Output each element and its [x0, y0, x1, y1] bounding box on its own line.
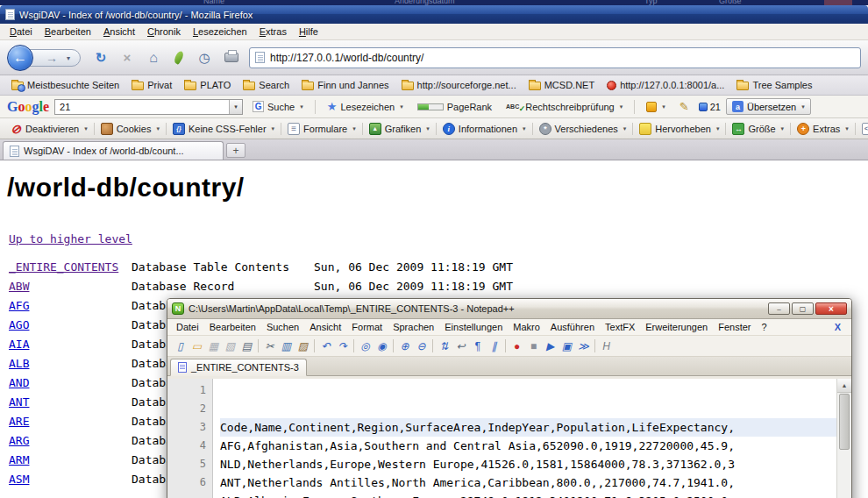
zoom-out-icon[interactable]: ⊖: [413, 338, 430, 354]
bookmark-item[interactable]: Search: [237, 80, 295, 90]
word-wrap-icon[interactable]: ↩: [452, 338, 469, 354]
firefox-menu-item[interactable]: Bearbeiten: [39, 25, 97, 39]
google-search-box[interactable]: 21 ▾: [54, 99, 243, 115]
scroll-up-arrow[interactable]: ▲: [837, 379, 851, 393]
code-line[interactable]: Code,Name,Continent,Region,SurfaceArea,I…: [220, 418, 836, 437]
webdev-menu-button[interactable]: ▲ Grafiken ▾: [362, 123, 436, 135]
show-symbols-icon[interactable]: ¶: [469, 338, 486, 354]
close-document-icon[interactable]: X: [828, 322, 848, 332]
run-multiple-icon[interactable]: ≫: [575, 338, 592, 354]
notepadpp-menu-item[interactable]: Ansicht: [304, 322, 346, 332]
entry-link[interactable]: ARE: [9, 415, 29, 428]
firefox-titlebar[interactable]: WsgiDAV - Index of /world-db/country/ - …: [0, 5, 868, 24]
new-tab-button[interactable]: +: [226, 143, 245, 158]
url-text[interactable]: http://127.0.0.1/world-db/country/: [270, 52, 423, 64]
bookmark-item[interactable]: Finn und Jannes: [295, 80, 395, 90]
history-dropdown-button[interactable]: ▾: [67, 54, 70, 62]
firefox-menu-item[interactable]: Ansicht: [97, 25, 141, 39]
bookmark-item[interactable]: Tree Samples: [730, 80, 818, 90]
webdev-menu-button[interactable]: <> Quelltext ▾: [855, 123, 868, 135]
redo-icon[interactable]: ↷: [334, 338, 351, 354]
reload-button[interactable]: ↻: [91, 50, 110, 66]
paste-icon[interactable]: ▨: [295, 338, 311, 354]
forward-button[interactable]: →: [40, 49, 63, 67]
entry-link[interactable]: ARG: [9, 434, 29, 447]
browser-tab[interactable]: WsgiDAV - Index of /world-db/count...: [3, 141, 224, 160]
webdev-menu-button[interactable]: {} Keine CSS-Fehler ▾: [166, 123, 281, 135]
bookmark-item[interactable]: http://sourceforge.net...: [395, 80, 523, 90]
url-bar[interactable]: http://127.0.0.1/world-db/country/: [249, 47, 861, 68]
code-line[interactable]: ANT,Netherlands Antilles,North America,C…: [220, 473, 836, 492]
document-tab[interactable]: _ENTIRE_CONTENTS-3: [170, 359, 307, 376]
stop-button[interactable]: ×: [117, 50, 137, 65]
highlighter-pen-button[interactable]: ✎: [675, 98, 694, 115]
autofill-button[interactable]: ▾: [642, 100, 670, 114]
firefox-menu-item[interactable]: Lesezeichen: [187, 25, 253, 39]
back-button[interactable]: ←: [7, 45, 33, 71]
firefox-menu-item[interactable]: Datei: [4, 25, 39, 39]
play-macro-icon[interactable]: ▶: [542, 338, 559, 354]
entry-link[interactable]: ASM: [9, 473, 29, 486]
bookmark-item[interactable]: Meistbesuchte Seiten: [5, 80, 125, 90]
notepadpp-menu-item[interactable]: ?: [756, 322, 772, 332]
webdev-menu-button[interactable]: i Informationen ▾: [436, 123, 532, 135]
entry-link[interactable]: ABW: [9, 280, 29, 293]
notepadpp-menu-item[interactable]: Einstellungen: [439, 322, 508, 332]
webdev-menu-button[interactable]: * Verschiedenes ▾: [532, 123, 633, 135]
firefox-menu-item[interactable]: Hilfe: [293, 25, 324, 39]
notepadpp-menu-item[interactable]: Bearbeiten: [204, 322, 261, 332]
webdev-menu-button[interactable]: Cookies ▾: [94, 123, 166, 135]
code-area[interactable]: Code,Name,Continent,Region,SurfaceArea,I…: [213, 379, 836, 498]
scrollbar-thumb[interactable]: [839, 394, 850, 450]
notepadpp-menu-item[interactable]: Fenster: [713, 322, 756, 332]
translate-button[interactable]: a Übersetzen ▾: [726, 98, 811, 115]
code-line[interactable]: NLD,Netherlands,Europe,Western Europe,41…: [220, 455, 836, 473]
notepadpp-menu-item[interactable]: Format: [346, 322, 388, 332]
cut-icon[interactable]: ✂: [261, 338, 278, 354]
bookmark-item[interactable]: http://127.0.0.1:8001/a...: [601, 80, 730, 90]
maximize-button[interactable]: ▢: [792, 302, 814, 315]
notepadpp-menu-item[interactable]: Erweiterungen: [640, 322, 713, 332]
notepadpp-titlebar[interactable]: N C:\Users\Martin\AppData\Local\Temp\_EN…: [167, 299, 851, 319]
bookmark-item[interactable]: Privat: [125, 80, 178, 90]
highlight-word-button[interactable]: 21: [699, 102, 721, 112]
open-file-icon[interactable]: ▭: [189, 338, 205, 354]
record-macro-icon[interactable]: ●: [509, 338, 525, 354]
feed-reader-icon[interactable]: [173, 50, 186, 65]
webdev-menu-button[interactable]: ⊘ Deaktivieren ▾: [4, 123, 94, 135]
copy-icon[interactable]: ▥: [278, 338, 295, 354]
home-button[interactable]: ⌂: [144, 50, 163, 66]
indent-guide-icon[interactable]: ∥: [486, 338, 502, 354]
close-button[interactable]: ×: [815, 302, 847, 315]
entry-link[interactable]: AND: [9, 376, 29, 389]
minimize-button[interactable]: –: [768, 302, 790, 315]
find-icon[interactable]: ◎: [357, 338, 374, 354]
firefox-menu-item[interactable]: Chronik: [141, 25, 187, 39]
google-search-button[interactable]: G Suche ▾: [248, 99, 308, 114]
webdev-menu-button[interactable]: Hervorheben ▾: [632, 123, 725, 135]
google-bookmarks-button[interactable]: ★ Lesezeichen ▾: [323, 98, 408, 115]
up-to-higher-level-link[interactable]: Up to higher level: [9, 232, 132, 245]
entry-link[interactable]: AGO: [9, 318, 29, 331]
entry-link[interactable]: ANT: [9, 395, 29, 409]
code-line[interactable]: ALB,Albania,Europe,Southern Europe,28748…: [220, 492, 836, 498]
pagerank-widget[interactable]: PageRank: [413, 100, 496, 114]
notepadpp-menu-item[interactable]: Datei: [171, 322, 204, 332]
undo-icon[interactable]: ↶: [317, 338, 334, 354]
notepadpp-menu-item[interactable]: Ausführen: [545, 322, 600, 332]
textfx-icon[interactable]: H: [598, 338, 615, 354]
replace-icon[interactable]: ◉: [374, 338, 390, 354]
entry-link[interactable]: ALB: [9, 357, 29, 370]
spellcheck-button[interactable]: ABC Rechtschreibprüfung ▾: [502, 100, 627, 114]
notepadpp-menu-item[interactable]: Suchen: [261, 322, 304, 332]
print-icon[interactable]: ▤: [238, 338, 255, 354]
entry-link[interactable]: _ENTIRE_CONTENTS: [9, 260, 118, 274]
print-button[interactable]: [224, 53, 238, 62]
save-icon[interactable]: ▦: [205, 338, 222, 354]
firefox-menu-item[interactable]: Extras: [253, 25, 293, 39]
save-macro-icon[interactable]: ▣: [559, 338, 575, 354]
save-all-icon[interactable]: ▧: [222, 338, 238, 354]
webdev-menu-button[interactable]: ≡ Formulare ▾: [281, 123, 362, 135]
webdev-menu-button[interactable]: ↔ Größe ▾: [725, 123, 790, 135]
code-line[interactable]: AFG,Afghanistan,Asia,Southern and Centra…: [220, 437, 836, 455]
